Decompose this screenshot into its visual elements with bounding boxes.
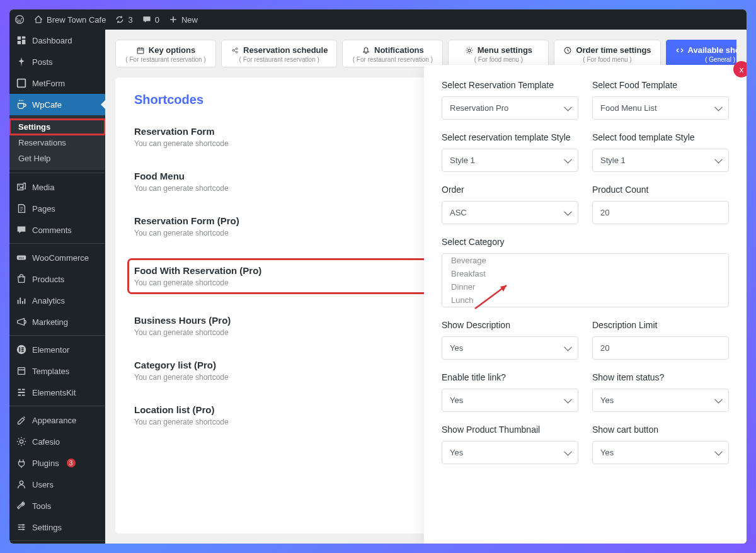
show-description-select[interactable]: Yes xyxy=(442,336,578,360)
sidebar-item-templates[interactable]: Templates xyxy=(9,360,105,382)
sidebar-item-label: Marketing xyxy=(32,317,68,327)
updates-link[interactable]: 3 xyxy=(115,14,132,25)
shortcode-title: Food Menu xyxy=(134,171,229,181)
description-limit-label: Description Limit xyxy=(592,320,729,330)
show-thumbnail-select[interactable]: Yes xyxy=(442,441,578,464)
sidebar-item-metform[interactable]: MetForm xyxy=(9,72,105,94)
sidebar-item-label: Settings xyxy=(32,523,62,532)
sidebar-item-wpcafe[interactable]: WpCafe xyxy=(9,94,105,115)
enable-title-link-select[interactable]: Yes xyxy=(442,389,578,412)
comments-icon xyxy=(16,224,27,236)
pages-icon xyxy=(16,203,27,214)
close-panel-button[interactable]: x xyxy=(733,61,747,77)
settings-tabs: Key options( For restaurant reservation … xyxy=(115,40,736,67)
category-option[interactable]: Lunch xyxy=(442,294,728,307)
enable-title-link-label: Enable title link? xyxy=(442,372,578,382)
tab-menu-settings[interactable]: Menu settings( For food menu ) xyxy=(448,40,549,67)
sidebar-item-marketing[interactable]: Marketing xyxy=(9,311,105,333)
show-cart-select[interactable]: Yes xyxy=(592,441,729,464)
sidebar-item-appearance[interactable]: Appearance xyxy=(9,409,105,431)
marketing-icon xyxy=(16,316,27,328)
clock-icon xyxy=(563,46,572,55)
show-item-status-select[interactable]: Yes xyxy=(592,389,729,412)
comments-link[interactable]: 0 xyxy=(142,14,159,25)
code-icon xyxy=(675,46,684,55)
sidebar-item-media[interactable]: Media xyxy=(9,176,105,198)
sidebar-item-products[interactable]: Products xyxy=(9,268,105,290)
sidebar-item-pages[interactable]: Pages xyxy=(9,198,105,219)
sidebar-item-cafesio[interactable]: Cafesio xyxy=(9,431,105,452)
sidebar-item-label: Pages xyxy=(32,204,55,214)
tab-available-shortcode[interactable]: Available shortcode( General ) xyxy=(666,40,736,67)
tab-order-time-settings[interactable]: Order time settings( For food menu ) xyxy=(554,40,660,67)
tab-key-options[interactable]: Key options( For restaurant reservation … xyxy=(115,40,216,67)
media-icon xyxy=(16,181,27,193)
shortcode-sub: You can generate shortcode xyxy=(134,278,261,287)
reservation-style-select[interactable]: Style 1 xyxy=(442,149,578,172)
sidebar-item-plugins[interactable]: Plugins3 xyxy=(9,452,105,474)
users-icon xyxy=(16,479,27,490)
products-icon xyxy=(16,273,27,285)
food-template-select[interactable]: Food Menu List xyxy=(592,96,729,120)
category-option[interactable]: Dinner xyxy=(442,280,728,294)
category-multiselect[interactable]: BeverageBreakfastDinnerLunchStarters xyxy=(442,253,729,307)
sidebar-item-label: Media xyxy=(32,183,54,192)
sidebar-item-tools[interactable]: Tools xyxy=(9,495,105,516)
admin-topbar: Brew Town Cafe 3 0 New xyxy=(9,9,747,30)
shortcode-title: Food With Reservation (Pro) xyxy=(134,265,261,276)
sidebar-item-settings[interactable]: Settings xyxy=(9,516,105,538)
sidebar-item-label: Appearance xyxy=(32,416,76,425)
category-option[interactable]: Beverage xyxy=(442,254,728,267)
sidebar-item-label: Plugins xyxy=(32,459,59,468)
shortcode-generator-panel: Select Reservation Template Reservation … xyxy=(424,65,747,544)
show-cart-label: Show cart button xyxy=(592,425,729,435)
sidebar-item-elementskit[interactable]: ElementsKit xyxy=(9,382,105,403)
sidebar-item-analytics[interactable]: Analytics xyxy=(9,290,105,311)
submenu-item-get-help[interactable]: Get Help xyxy=(9,151,105,166)
shortcode-title: Location list (Pro) xyxy=(134,404,229,415)
admin-sidebar: DashboardPostsMetFormWpCafeSettingsReser… xyxy=(9,30,105,544)
sidebar-item-elementor[interactable]: Elementor xyxy=(9,339,105,360)
new-link[interactable]: New xyxy=(168,14,198,25)
submenu-item-reservations[interactable]: Reservations xyxy=(9,135,105,151)
sidebar-item-label: MetForm xyxy=(32,79,65,88)
category-option[interactable]: Starters xyxy=(442,307,728,307)
update-badge: 3 xyxy=(67,459,76,467)
description-limit-input[interactable] xyxy=(592,336,729,360)
sidebar-item-label: Tools xyxy=(32,501,51,511)
reservation-template-select[interactable]: Reservation Pro xyxy=(442,96,578,120)
sidebar-submenu: SettingsReservationsGet Help xyxy=(9,115,105,170)
shortcode-title: Reservation Form (Pro) xyxy=(134,215,239,226)
sidebar-item-label: WpCafe xyxy=(32,100,62,110)
sidebar-item-label: Templates xyxy=(32,367,69,376)
sidebar-item-dashboard[interactable]: Dashboard xyxy=(9,30,105,51)
tools-icon xyxy=(16,500,27,511)
sidebar-item-comments[interactable]: Comments xyxy=(9,219,105,241)
gear-icon xyxy=(465,46,474,55)
wp-logo[interactable] xyxy=(14,14,25,25)
tab-reservation-schedule[interactable]: Reservation schedule( For restaurant res… xyxy=(221,40,337,67)
order-select[interactable]: ASC xyxy=(442,201,578,224)
order-label: Order xyxy=(442,185,578,195)
sidebar-item-label: Users xyxy=(32,480,54,489)
sidebar-item-label: Analytics xyxy=(32,296,65,305)
product-count-label: Product Count xyxy=(592,185,729,195)
shortcode-sub: You can generate shortcode xyxy=(134,139,229,148)
calendar-icon xyxy=(136,46,145,55)
gear-icon xyxy=(16,436,27,447)
sidebar-item-users[interactable]: Users xyxy=(9,474,105,495)
sidebar-item-posts[interactable]: Posts xyxy=(9,51,105,72)
category-option[interactable]: Breakfast xyxy=(442,267,728,280)
sidebar-item-label: Elementor xyxy=(32,345,69,355)
pin-icon xyxy=(16,56,27,67)
shortcode-sub: You can generate shortcode xyxy=(134,229,239,237)
tab-notifications[interactable]: Notifications( For restaurant reservatio… xyxy=(342,40,443,67)
product-count-input[interactable] xyxy=(592,201,729,224)
shortcode-sub: You can generate shortcode xyxy=(134,373,229,382)
submenu-item-settings[interactable]: Settings xyxy=(9,119,105,135)
sidebar-item-woocommerce[interactable]: WooCommerce xyxy=(9,247,105,268)
show-item-status-label: Show item status? xyxy=(592,372,729,382)
food-style-select[interactable]: Style 1 xyxy=(592,149,729,172)
site-name-link[interactable]: Brew Town Cafe xyxy=(33,14,106,25)
reservation-style-label: Select reservation template Style xyxy=(442,132,578,142)
